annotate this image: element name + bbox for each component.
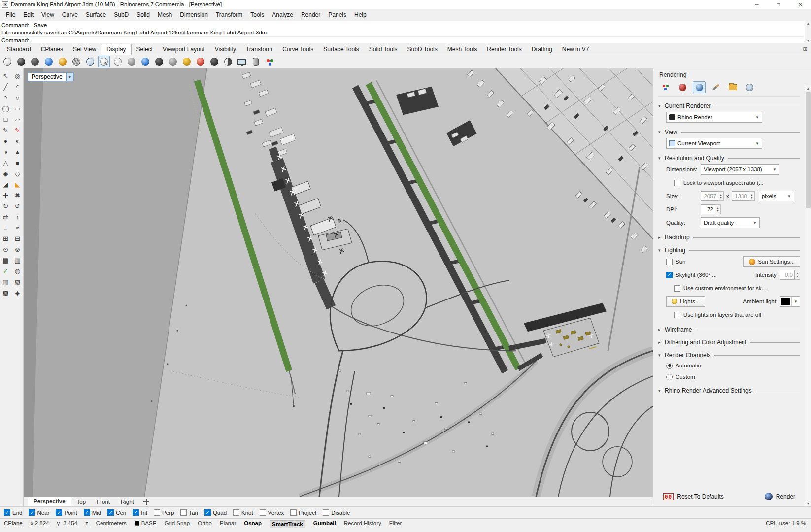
display-rgb-icon[interactable] xyxy=(264,56,275,67)
tool-cylinder-icon[interactable]: ■ xyxy=(12,157,24,168)
tab-set-view[interactable]: Set View xyxy=(68,44,101,55)
section-view[interactable]: ▾ View xyxy=(658,129,800,135)
tab-surface-tools[interactable]: Surface Tools xyxy=(318,44,364,55)
checkbox[interactable] xyxy=(29,509,35,516)
command-scrollbar[interactable]: ▲ ▼ xyxy=(805,21,811,43)
tool-arc-icon[interactable]: ◝ xyxy=(0,92,12,103)
tool-undo-icon[interactable]: ▦ xyxy=(0,276,12,287)
display-cylinder-icon[interactable] xyxy=(250,56,262,67)
toggle-grid-snap[interactable]: Grid Snap xyxy=(164,520,190,526)
section-dithering[interactable]: ▸ Dithering and Color Adjustment xyxy=(658,339,800,346)
menu-curve[interactable]: Curve xyxy=(58,10,82,20)
osnap-cen[interactable]: Cen xyxy=(107,509,126,516)
checkbox[interactable] xyxy=(180,509,187,516)
rendering-tab-icon[interactable] xyxy=(693,81,706,93)
render-color-wheel-icon[interactable] xyxy=(659,81,672,93)
checkbox[interactable] xyxy=(107,509,114,516)
view-dropdown[interactable]: Current Viewport ▼ xyxy=(666,138,762,149)
menu-subd[interactable]: SubD xyxy=(110,10,133,20)
menu-dimension[interactable]: Dimension xyxy=(176,10,212,20)
toggle-planar[interactable]: Planar xyxy=(220,520,236,526)
tab-solid-tools[interactable]: Solid Tools xyxy=(364,44,403,55)
skylight-intensity-input[interactable]: 0.0 xyxy=(780,270,795,280)
menu-transform[interactable]: Transform xyxy=(212,10,246,20)
tool-fillet-icon[interactable]: ◢ xyxy=(0,179,12,190)
ambient-color-swatch[interactable] xyxy=(781,298,790,305)
checkbox[interactable] xyxy=(84,509,90,516)
tool-scale-icon[interactable]: ↺ xyxy=(12,200,24,211)
current-renderer-dropdown[interactable]: Rhino Render ▼ xyxy=(666,112,762,123)
osnap-project[interactable]: Project xyxy=(290,509,316,516)
tab-select[interactable]: Select xyxy=(132,44,158,55)
tool-point-icon[interactable]: ✎ xyxy=(0,125,12,135)
tool-array-icon[interactable]: ↕ xyxy=(12,211,24,222)
menu-help[interactable]: Help xyxy=(350,10,371,20)
tab-standard[interactable]: Standard xyxy=(2,44,36,55)
tool-measure-icon[interactable]: ▩ xyxy=(0,287,12,298)
maximize-button[interactable]: □ xyxy=(768,0,789,9)
checkbox[interactable] xyxy=(204,509,211,516)
command-area[interactable]: Command: _Save File successfully saved a… xyxy=(0,21,811,43)
tool-boolean-union-icon[interactable]: ◆ xyxy=(0,168,12,179)
osnap-end[interactable]: End xyxy=(4,509,22,516)
tool-explode-icon[interactable]: ⊟ xyxy=(12,233,24,244)
tool-redo-icon[interactable]: ▧ xyxy=(12,276,24,287)
size-width-input[interactable]: 2057 xyxy=(701,191,718,201)
osnap-int[interactable]: Int xyxy=(133,509,147,516)
render-channels-automatic-radio[interactable] xyxy=(666,363,673,369)
tool-options-icon[interactable]: ◈ xyxy=(12,287,24,298)
tool-chamfer-icon[interactable]: ◣ xyxy=(12,179,24,190)
menu-render[interactable]: Render xyxy=(297,10,324,20)
display-ghosted-icon[interactable] xyxy=(29,56,41,67)
tool-circle-icon[interactable]: ○ xyxy=(12,92,24,103)
menu-mesh[interactable]: Mesh xyxy=(154,10,176,20)
tool-rectangle-icon[interactable]: ▭ xyxy=(12,103,24,114)
viewport-tab-front[interactable]: Front xyxy=(91,497,115,506)
textures-icon[interactable] xyxy=(743,81,756,93)
menu-tools[interactable]: Tools xyxy=(246,10,268,20)
display-wireframe-icon[interactable] xyxy=(1,56,13,67)
section-render-channels[interactable]: ▾ Render Channels xyxy=(658,352,800,359)
viewport-tab-right[interactable]: Right xyxy=(115,497,139,506)
osnap-vertex[interactable]: Vertex xyxy=(260,509,284,516)
tab-viewport-layout[interactable]: Viewport Layout xyxy=(158,44,210,55)
menu-analyze[interactable]: Analyze xyxy=(268,10,297,20)
tool-box-icon[interactable]: △ xyxy=(0,157,12,168)
sun-checkbox[interactable] xyxy=(666,259,673,265)
tab-subd-tools[interactable]: SubD Tools xyxy=(403,44,442,55)
tool-trim-icon[interactable]: ≡ xyxy=(0,222,12,233)
tool-ellipse-icon[interactable]: ◯ xyxy=(0,103,12,114)
new-viewport-icon[interactable] xyxy=(143,499,149,505)
tab-drafting[interactable]: Drafting xyxy=(527,44,557,55)
menu-edit[interactable]: Edit xyxy=(19,10,37,20)
tool-boolean-difference-icon[interactable]: ◇ xyxy=(12,168,24,179)
tab-transform[interactable]: Transform xyxy=(241,44,277,55)
units-cell[interactable]: Centimeters xyxy=(96,520,127,526)
scroll-up-icon[interactable]: ▲ xyxy=(805,85,811,91)
display-sun-icon[interactable] xyxy=(181,56,193,67)
menu-file[interactable]: File xyxy=(2,10,19,20)
menu-panels[interactable]: Panels xyxy=(324,10,350,20)
perspective-viewport[interactable]: Perspective ▼ Perspective Top Front Righ… xyxy=(24,68,653,506)
toggle-gumball[interactable]: Gumball xyxy=(313,520,336,526)
tool-curve-icon[interactable]: ◜ xyxy=(12,81,24,92)
checkbox[interactable] xyxy=(133,509,139,516)
viewport-title-dropdown[interactable]: Perspective ▼ xyxy=(28,72,74,81)
checkbox[interactable] xyxy=(233,509,239,516)
tool-rotate-icon[interactable]: ↻ xyxy=(0,200,12,211)
toggle-osnap[interactable]: Osnap xyxy=(244,520,262,526)
tool-join-icon[interactable]: ⊞ xyxy=(0,233,12,244)
tool-group-icon[interactable]: ⊙ xyxy=(0,244,12,255)
viewport-title[interactable]: Perspective xyxy=(28,73,66,80)
section-lighting[interactable]: ▾ Lighting xyxy=(658,247,800,254)
display-arctic-icon[interactable] xyxy=(112,56,124,67)
osnap-near[interactable]: Near xyxy=(29,509,49,516)
section-wireframe[interactable]: ▸ Wireframe xyxy=(658,326,800,333)
chevron-down-icon[interactable]: ▼ xyxy=(66,73,73,81)
lock-aspect-checkbox[interactable] xyxy=(674,180,680,186)
osnap-quad[interactable]: Quad xyxy=(204,509,227,516)
checkbox[interactable] xyxy=(290,509,297,516)
tool-hide-icon[interactable]: ⊚ xyxy=(12,244,24,255)
osnap-perp[interactable]: Perp xyxy=(154,509,174,516)
layer-cell[interactable]: BASE xyxy=(135,520,157,526)
